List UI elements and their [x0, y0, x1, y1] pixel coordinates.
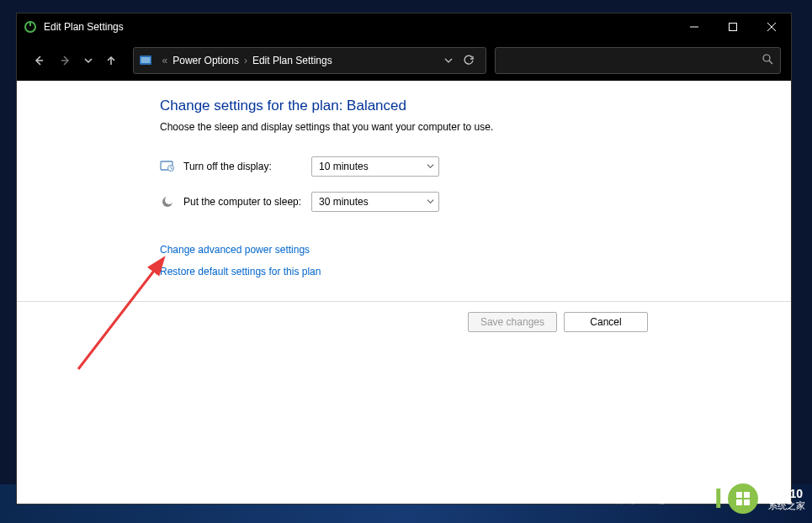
back-button[interactable]: [27, 49, 50, 72]
forward-button[interactable]: [54, 49, 77, 72]
moon-icon: [160, 194, 175, 209]
edit-plan-settings-window: Edit Plan Settings: [16, 13, 792, 505]
chevron-down-icon: [427, 196, 434, 208]
display-off-select[interactable]: 10 minutes: [311, 156, 439, 177]
svg-line-12: [769, 61, 772, 64]
sleep-value: 30 minutes: [319, 196, 369, 208]
watermark-line2: 系统之家: [768, 500, 805, 511]
recent-locations-button[interactable]: [81, 49, 96, 72]
content-area: Change settings for the plan: Balanced C…: [17, 81, 791, 504]
watermark-win10: I Win10 系统之家: [714, 483, 805, 515]
svg-point-11: [763, 55, 770, 61]
svg-rect-3: [730, 24, 737, 31]
svg-rect-1: [29, 21, 31, 26]
watermark-line1: Win10: [768, 487, 805, 500]
breadcrumb-power-options[interactable]: Power Options: [172, 55, 239, 66]
link-advanced-power-settings[interactable]: Change advanced power settings: [160, 244, 771, 256]
toolbar: « Power Options › Edit Plan Settings: [17, 40, 791, 81]
display-off-label: Turn off the display:: [183, 161, 311, 172]
close-button[interactable]: [752, 13, 791, 40]
sleep-label: Put the computer to sleep:: [183, 196, 311, 208]
svg-rect-10: [141, 57, 150, 63]
minimize-button[interactable]: [675, 13, 714, 40]
maximize-button[interactable]: [714, 13, 752, 40]
svg-point-22: [728, 483, 758, 514]
refresh-button[interactable]: [457, 49, 480, 72]
titlebar: Edit Plan Settings: [17, 13, 791, 40]
svg-rect-24: [744, 492, 750, 498]
page-subtitle: Choose the sleep and display settings th…: [160, 121, 771, 133]
control-panel-icon: [139, 54, 152, 67]
address-bar[interactable]: « Power Options › Edit Plan Settings: [133, 47, 486, 74]
svg-rect-25: [736, 499, 742, 505]
up-button[interactable]: [99, 49, 123, 72]
page-title: Change settings for the plan: Balanced: [160, 98, 771, 114]
svg-rect-26: [744, 499, 750, 505]
display-off-value: 10 minutes: [319, 161, 369, 172]
breadcrumb-separator: ›: [244, 55, 247, 66]
search-input[interactable]: [495, 47, 781, 74]
svg-point-18: [165, 196, 173, 204]
search-icon: [762, 54, 773, 67]
link-restore-defaults[interactable]: Restore default settings for this plan: [160, 266, 771, 277]
breadcrumb-divider: «: [162, 55, 168, 66]
svg-rect-23: [736, 492, 742, 498]
address-dropdown-icon[interactable]: [440, 56, 457, 65]
svg-text:I: I: [714, 483, 722, 514]
monitor-icon: [160, 159, 175, 174]
watermark-zhihu: 知乎 @逸「: [604, 481, 715, 508]
sleep-select[interactable]: 30 minutes: [311, 192, 439, 212]
cancel-button[interactable]: Cancel: [564, 312, 648, 332]
window-title: Edit Plan Settings: [44, 21, 675, 33]
save-changes-button[interactable]: Save changes: [468, 312, 557, 332]
button-bar: Save changes Cancel: [17, 301, 791, 342]
power-options-icon: [24, 20, 37, 34]
setting-sleep: Put the computer to sleep: 30 minutes: [160, 192, 771, 212]
breadcrumb-edit-plan[interactable]: Edit Plan Settings: [252, 55, 332, 66]
chevron-down-icon: [427, 161, 434, 172]
setting-display-off: Turn off the display: 10 minutes: [160, 156, 771, 177]
